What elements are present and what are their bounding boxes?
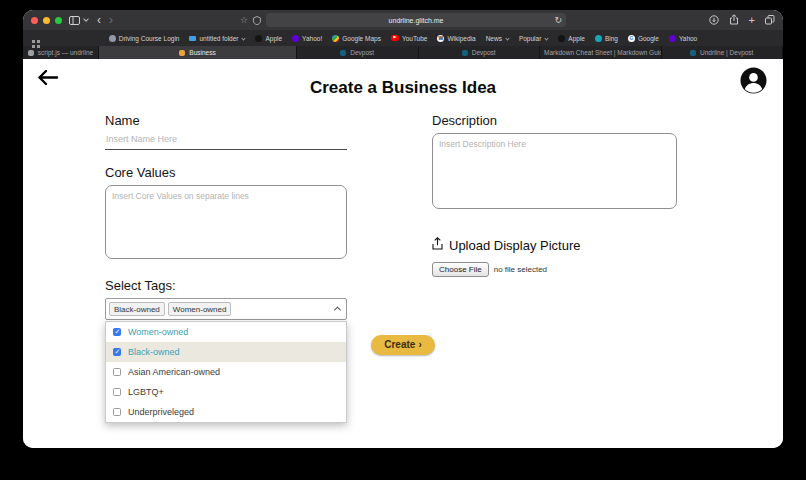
name-input[interactable] <box>105 130 347 150</box>
tag-option-underpriveleged[interactable]: Underpriveleged <box>106 402 346 422</box>
favorite-item[interactable]: Driving Course Login <box>109 35 180 42</box>
close-window-button[interactable] <box>31 17 38 24</box>
account-avatar[interactable] <box>740 67 767 94</box>
address-bar[interactable]: undrline.glitch.me ↻ <box>266 13 566 27</box>
folder-icon <box>189 36 196 41</box>
favorite-label: News <box>486 35 502 42</box>
favorite-label: Yahoo! <box>302 35 322 42</box>
favorite-item[interactable]: Yahoo! <box>292 35 322 42</box>
share-icon[interactable] <box>729 11 739 29</box>
tag-option-label: Women-owned <box>128 327 188 337</box>
favorite-label: Apple <box>265 35 282 42</box>
favorite-item[interactable]: Apple <box>255 35 282 42</box>
minimize-window-button[interactable] <box>43 17 50 24</box>
selected-tag-chip[interactable]: Black-owned <box>109 302 165 316</box>
selected-tag-chip[interactable]: Women-owned <box>168 302 232 316</box>
apple-icon <box>558 35 565 42</box>
favorite-item[interactable]: News <box>486 35 509 42</box>
tab-overview-icon[interactable] <box>765 11 775 29</box>
favorite-item[interactable]: Google <box>628 35 659 42</box>
chevron-down-icon <box>545 36 549 40</box>
back-nav-icon[interactable]: ‹ <box>95 14 103 26</box>
name-label: Name <box>105 113 347 128</box>
tag-option-black-owned[interactable]: Black-owned <box>106 342 346 362</box>
chevron-down-icon <box>242 36 246 40</box>
devpost-icon <box>462 50 468 56</box>
create-button[interactable]: Create › <box>371 335 434 355</box>
chevron-down-icon <box>505 36 509 40</box>
favorite-item[interactable]: YouTube <box>391 35 428 42</box>
checkbox-icon[interactable] <box>113 328 121 336</box>
sidebar-chevron-icon[interactable] <box>83 16 89 22</box>
tag-option-women-owned[interactable]: Women-owned <box>106 322 346 342</box>
upload-icon <box>432 237 443 253</box>
tab-markdown-guide[interactable]: Markdown Cheat Sheet | Markdown Guide <box>540 46 662 59</box>
bookmark-star-icon[interactable]: ☆ <box>240 16 248 25</box>
core-values-textarea[interactable] <box>105 185 347 259</box>
sidebar-toggle-icon[interactable] <box>69 11 80 29</box>
page-content: Create a Business Idea Name Core Values … <box>23 59 783 448</box>
favorite-label: Bing <box>605 35 618 42</box>
favorite-item[interactable]: Google Maps <box>332 35 381 42</box>
core-values-label: Core Values <box>105 165 347 180</box>
tab-undrline-devpost[interactable]: Undrline | Devpost <box>662 46 784 59</box>
favorite-item[interactable]: Yahoo <box>669 35 697 42</box>
key-icon <box>109 35 116 42</box>
favorites-grid-icon[interactable] <box>32 34 40 52</box>
form-right-column: Description Upload Display Picture Choos… <box>432 113 677 320</box>
tag-option-label: Underpriveleged <box>128 407 194 417</box>
back-button[interactable] <box>36 69 59 90</box>
privacy-shield-icon[interactable] <box>253 11 261 29</box>
favorite-item[interactable]: Bing <box>595 35 618 42</box>
tab-devpost-1[interactable]: Devpost <box>297 46 419 59</box>
tab-label: script.js — undrline <box>38 49 93 56</box>
favorite-label: YouTube <box>402 35 428 42</box>
tags-multiselect[interactable]: Black-owned Women-owned Women-owned Blac… <box>105 298 347 320</box>
bing-icon <box>595 35 602 42</box>
tag-option-lgbtq[interactable]: LGBTQ+ <box>106 382 346 402</box>
tab-label: Markdown Cheat Sheet | Markdown Guide <box>544 49 661 56</box>
file-status-text: no file selected <box>494 265 547 274</box>
downloads-icon[interactable] <box>709 11 719 29</box>
favorite-item[interactable]: Apple <box>558 35 585 42</box>
checkbox-icon[interactable] <box>113 408 121 416</box>
browser-window: ‹ › ☆ undrline.glitch.me ↻ <box>23 10 783 448</box>
tab-label: Devpost <box>350 49 374 56</box>
tag-option-label: LGBTQ+ <box>128 387 164 397</box>
address-bar-area: ☆ undrline.glitch.me ↻ <box>240 11 566 29</box>
upload-label: Upload Display Picture <box>449 238 581 253</box>
tab-devpost-2[interactable]: Devpost <box>419 46 541 59</box>
devpost-icon <box>690 50 696 56</box>
tags-dropdown: Women-owned Black-owned Asian American-o… <box>105 321 347 423</box>
yahoo-icon <box>669 35 676 42</box>
favorite-label: Popular <box>519 35 541 42</box>
titlebar-actions: + <box>709 11 775 29</box>
google-icon <box>628 35 635 42</box>
choose-file-button[interactable]: Choose File <box>432 262 489 277</box>
new-tab-icon[interactable]: + <box>749 15 755 26</box>
upload-display-picture-section: Upload Display Picture <box>432 237 677 253</box>
chevron-right-icon: › <box>418 339 421 350</box>
checkbox-icon[interactable] <box>113 348 121 356</box>
favorite-item[interactable]: Wikipedia <box>437 35 475 42</box>
google-maps-icon <box>332 35 339 42</box>
forward-nav-icon[interactable]: › <box>107 14 115 26</box>
youtube-icon <box>391 35 399 41</box>
tag-option-label: Asian American-owned <box>128 367 220 377</box>
checkbox-icon[interactable] <box>113 388 121 396</box>
favorite-item[interactable]: Popular <box>519 35 548 42</box>
file-input-row: Choose File no file selected <box>432 262 677 277</box>
tag-option-asian-american-owned[interactable]: Asian American-owned <box>106 362 346 382</box>
url-text: undrline.glitch.me <box>389 17 444 24</box>
favorite-item[interactable]: untitled folder <box>189 35 245 42</box>
tab-bar: script.js — undrline Business Devpost De… <box>23 46 783 59</box>
description-textarea[interactable] <box>432 133 677 209</box>
tab-business[interactable]: Business <box>99 46 297 59</box>
wikipedia-icon <box>437 35 444 42</box>
favorite-label: Google <box>638 35 659 42</box>
business-idea-form: Name Core Values Select Tags: Black-owne… <box>105 113 677 320</box>
checkbox-icon[interactable] <box>113 368 121 376</box>
zoom-window-button[interactable] <box>55 17 62 24</box>
reload-icon[interactable]: ↻ <box>554 14 562 26</box>
yahoo-icon <box>292 35 299 42</box>
